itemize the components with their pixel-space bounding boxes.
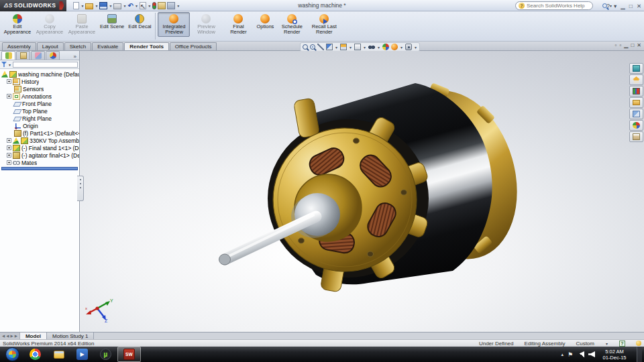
- unit-dropdown-icon[interactable]: ▾: [606, 341, 608, 346]
- search-box[interactable]: ? ▾: [515, 1, 593, 10]
- tab-office-products[interactable]: Office Products: [170, 42, 217, 50]
- windows-explorer-taskbar-button[interactable]: [47, 347, 70, 362]
- dropdown-arrow-icon[interactable]: ▾: [81, 3, 83, 8]
- tray-expand-icon[interactable]: ▴: [561, 352, 564, 357]
- graphics-viewport[interactable]: x Y Z: [80, 51, 644, 332]
- design-library-button[interactable]: [629, 86, 643, 97]
- dropdown-arrow-icon[interactable]: ▾: [136, 3, 138, 8]
- view-palette-button[interactable]: [629, 109, 643, 119]
- tree-expander-icon[interactable]: [7, 160, 11, 165]
- dropdown-arrow-icon[interactable]: ▾: [95, 3, 97, 8]
- tab-scroll-0[interactable]: ◀: [2, 334, 5, 338]
- view-orientation-icon[interactable]: [340, 44, 347, 50]
- doc-restore-button[interactable]: □: [631, 42, 634, 48]
- tree-expander-icon[interactable]: [7, 138, 11, 143]
- utorrent-taskbar-button[interactable]: µ: [94, 347, 117, 362]
- tab-render-tools[interactable]: Render Tools: [124, 42, 169, 50]
- filter-dropdown-icon[interactable]: ▾: [9, 62, 11, 67]
- tree-item-agitator-final-1-default[interactable]: (-) agitator final<1> (Default: [1, 152, 79, 159]
- apply-scene-icon[interactable]: [391, 44, 398, 50]
- final-render-button[interactable]: Final Render: [222, 12, 254, 37]
- tree-item-history[interactable]: History: [1, 78, 79, 85]
- view-settings-icon[interactable]: [405, 44, 412, 50]
- rebuild-icon[interactable]: [152, 2, 156, 9]
- close-button[interactable]: ✕: [637, 3, 641, 9]
- propertymanager-tab[interactable]: [16, 51, 30, 60]
- new-document-icon[interactable]: [73, 2, 79, 9]
- integrated-preview-button[interactable]: Integrated Preview: [158, 12, 190, 37]
- tab-sketch[interactable]: Sketch: [64, 42, 91, 50]
- hide-show-items-dropdown-icon[interactable]: ▾: [378, 45, 380, 50]
- taskbar-clock[interactable]: 5:02 AM 01-Dec-15: [599, 349, 630, 361]
- tree-item-330kv-top-assembly-1[interactable]: 330KV Top Assembly<1>: [1, 137, 79, 144]
- tab-layout[interactable]: Layout: [37, 42, 64, 50]
- schedule-render-button[interactable]: Schedule Render: [276, 12, 308, 37]
- chrome-taskbar-button[interactable]: [23, 347, 47, 362]
- apply-scene-dropdown-icon[interactable]: ▾: [400, 45, 402, 50]
- solidworks-forum-button[interactable]: [629, 63, 643, 74]
- tab-scroll-1[interactable]: ◀: [6, 334, 9, 338]
- appearances-scenes-button[interactable]: [629, 120, 643, 131]
- tree-item-top-plane[interactable]: Top Plane: [1, 107, 79, 115]
- configurationmanager-tab[interactable]: [31, 51, 45, 60]
- save-icon[interactable]: [99, 2, 107, 9]
- panel-splitter-handle[interactable]: [77, 176, 84, 201]
- tree-item-sensors[interactable]: Sensors: [1, 85, 79, 93]
- edit-appearance-viewport-icon[interactable]: [382, 44, 389, 50]
- previous-view-icon[interactable]: [317, 44, 324, 50]
- tab-scroll-2[interactable]: ▶: [10, 334, 13, 338]
- doc-minimize-button[interactable]: ▁: [624, 42, 628, 48]
- tree-item-washing-machine-default-d[interactable]: washing machine (Default<D: [1, 70, 79, 78]
- help-dropdown[interactable]: ▾: [614, 3, 616, 9]
- print-icon[interactable]: [113, 3, 121, 9]
- zoom-to-fit-icon[interactable]: [303, 44, 308, 50]
- tree-item-annotations[interactable]: Annotations: [1, 93, 79, 100]
- tree-expander-icon[interactable]: [7, 153, 11, 158]
- start-button[interactable]: [5, 347, 19, 361]
- panel-expand-icon[interactable]: »: [74, 54, 78, 60]
- file-properties-icon[interactable]: [158, 2, 166, 9]
- status-help-icon[interactable]: ?: [619, 341, 625, 347]
- edit-appearance-button[interactable]: Edit Appearance: [1, 12, 34, 37]
- solidworks-taskbar-button[interactable]: SW: [117, 347, 141, 362]
- tree-item-f-part1-1-default-defa[interactable]: (f) Part1<1> (Default<<Defa: [1, 129, 79, 137]
- media-player-taskbar-button[interactable]: ▶: [70, 347, 94, 362]
- tile-windows-icon[interactable]: ▫: [619, 42, 621, 48]
- action-center-icon[interactable]: ⚑: [568, 351, 573, 358]
- section-view-icon[interactable]: [326, 44, 333, 50]
- tree-item-final-stand-1-1-default[interactable]: (-) Final stand 1<1> (Default: [1, 144, 79, 152]
- display-style-dropdown-icon[interactable]: ▾: [364, 45, 366, 50]
- tree-item-front-plane[interactable]: Front Plane: [1, 100, 79, 107]
- volume-icon[interactable]: [588, 351, 595, 357]
- doc-tab-model[interactable]: Model: [20, 333, 47, 339]
- zoom-to-area-icon[interactable]: [310, 44, 315, 50]
- tree-item-mates[interactable]: Mates: [1, 159, 79, 166]
- options-button[interactable]: Options: [254, 12, 276, 31]
- dropdown-arrow-icon[interactable]: ▾: [177, 3, 179, 8]
- featuremanager-tab[interactable]: [1, 51, 15, 60]
- search-input[interactable]: [527, 3, 600, 9]
- show-desktop-button[interactable]: [637, 347, 642, 362]
- section-view-dropdown-icon[interactable]: ▾: [335, 45, 337, 50]
- hide-show-items-icon[interactable]: [368, 44, 375, 50]
- tab-scroll-3[interactable]: ▶: [15, 334, 17, 338]
- view-settings-dropdown-icon[interactable]: ▾: [415, 45, 417, 50]
- file-explorer-button[interactable]: [629, 97, 643, 108]
- cascade-windows-icon[interactable]: ▫: [615, 42, 617, 48]
- network-signal-icon[interactable]: [577, 351, 584, 357]
- options-icon[interactable]: [167, 2, 175, 9]
- edit-scene-button[interactable]: Edit Scene: [98, 12, 126, 31]
- displaymanager-tab[interactable]: [46, 51, 60, 60]
- filter-input[interactable]: [13, 62, 78, 68]
- tree-split-bar[interactable]: [1, 167, 78, 170]
- unit-system[interactable]: Custom: [576, 341, 594, 347]
- tab-evaluate[interactable]: Evaluate: [92, 42, 123, 50]
- doc-tab-motion-study-1[interactable]: Motion Study 1: [47, 333, 94, 339]
- solidworks-logo[interactable]: ΔS SOLIDWORKS: [0, 0, 66, 11]
- tree-expander-icon[interactable]: [7, 145, 11, 150]
- tree-item-right-plane[interactable]: Right Plane: [1, 115, 79, 122]
- view-orientation-dropdown-icon[interactable]: ▾: [350, 45, 352, 50]
- recall-last-render-button[interactable]: Recall Last Render: [308, 12, 340, 37]
- restore-button[interactable]: □: [629, 3, 633, 9]
- undo-icon[interactable]: ↶: [127, 2, 133, 9]
